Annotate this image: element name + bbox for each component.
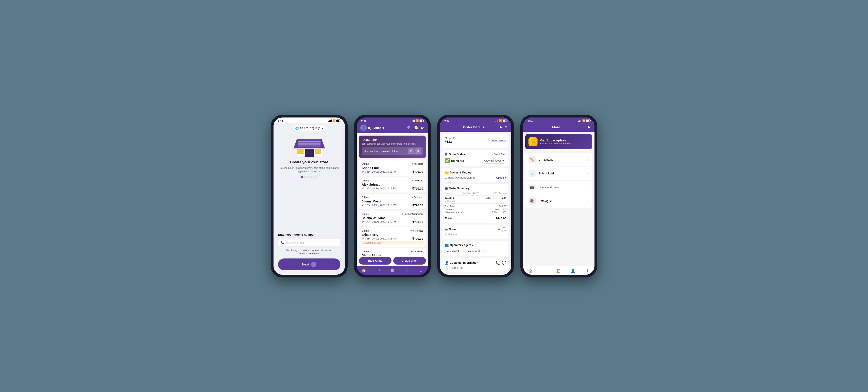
order-id-value: #123 xyxy=(445,140,455,143)
menu-item-catalogue[interactable]: 📚 Catalogue › xyxy=(525,194,592,208)
status-dropdown[interactable]: Order Received ▾ xyxy=(482,158,506,164)
search-icon[interactable]: 🔍 xyxy=(407,126,411,130)
create-order-button[interactable]: Create order xyxy=(393,257,426,265)
p1-bottom: Enter your mobile number 📞 Mobile Number… xyxy=(278,233,340,270)
p4-more-icon: ℹ xyxy=(587,269,588,273)
customer-info-card: 👤 Customer Information 📞 💬 📄 123456789 xyxy=(442,258,509,272)
profile-icon: 👤 xyxy=(404,268,409,272)
footer-tab-home[interactable]: 🏠 xyxy=(357,267,371,274)
menu-item-upi[interactable]: ✏️ UPI Details › xyxy=(525,153,592,167)
add-notes-text[interactable]: Add Notes xyxy=(445,233,506,236)
status-dot-1 xyxy=(412,163,413,164)
header-icons-3: ▶ ✏ xyxy=(500,125,508,129)
order-item-5[interactable]: Offline In Process Erica Perry #N-1234 2… xyxy=(359,227,426,247)
order-item-2[interactable]: Online Accepted Alex Johnson #N-1234 20 … xyxy=(359,177,426,193)
customer-phone-number: 📄 123456789 xyxy=(445,266,506,269)
call-icon[interactable]: 📞 xyxy=(495,261,500,265)
order-amount-5: ₹790.00 xyxy=(412,237,423,240)
upi-chevron-icon: › xyxy=(588,158,589,162)
p4-footer-tab-orders[interactable]: 🗂 xyxy=(537,268,552,274)
status-4: Payment Reminder xyxy=(402,213,423,215)
order-id-date-4: #N-1234 20 Sep 2020, 10:15 PM xyxy=(362,221,396,223)
back-button[interactable]: ← xyxy=(443,125,447,129)
remove-operator-1[interactable]: ✕ xyxy=(460,250,462,252)
share-link-title: Share Link xyxy=(362,138,423,142)
item-gst: GST%: 5.0 xyxy=(445,200,482,202)
qr-button[interactable]: ⊞ xyxy=(408,148,414,154)
status-bar-3: 9:41 📶 xyxy=(440,118,511,123)
mobile-number-input[interactable]: 📞 Mobile Number xyxy=(278,238,340,247)
payment-method-card: 💳 Payment Method Choose Payment Method C… xyxy=(442,168,509,182)
menu-item-share-earn[interactable]: 📺 Share and Earn › xyxy=(525,181,592,194)
footer-tab-orders[interactable]: 🗂 xyxy=(371,267,385,274)
phone-icon: 📞 xyxy=(281,241,284,244)
crown-icon: 👑 xyxy=(528,137,537,146)
order-item-3[interactable]: Offline Delivered Jimmy Mayor #N-1234 20… xyxy=(359,194,426,209)
dot-1 xyxy=(301,176,303,178)
p4-footer-tab-ledger[interactable]: 📋 xyxy=(552,268,566,274)
signal-3 xyxy=(495,120,498,122)
footer-tab-profile[interactable]: 👤 xyxy=(400,267,414,274)
message-icon[interactable]: 💬 xyxy=(502,261,506,265)
footer-tab-info[interactable]: ℹ xyxy=(414,267,428,274)
whatsapp-note-icon[interactable]: 💬 xyxy=(502,227,506,232)
status-icons-2: 📶 xyxy=(412,119,424,122)
youtube-more-icon[interactable]: ▶ xyxy=(588,125,591,129)
menu-item-bulk-upload[interactable]: ☁️ Bulk upload › xyxy=(525,167,592,181)
operator-tag-1: Varun Mittal ✕ xyxy=(445,249,464,253)
copy-button[interactable]: ⧉ xyxy=(415,148,421,154)
remove-operator-2[interactable]: ✕ xyxy=(481,250,483,252)
next-button[interactable]: Next › xyxy=(278,259,340,270)
overdue-tag: ⚠ Overdue by 1 day xyxy=(362,241,423,244)
order-item-6[interactable]: Offline Cancelled Divine Matrix #N-1234 … xyxy=(359,248,426,256)
status-icons-3: 📶 xyxy=(495,119,507,122)
p4-profile-icon: 👤 xyxy=(571,269,575,273)
p4-footer-tab-profile[interactable]: 👤 xyxy=(566,268,580,274)
dot-4 xyxy=(310,176,312,178)
bahi-khata-button[interactable]: Bahi Khata xyxy=(359,257,392,265)
footer-tab-ledger[interactable]: 📋 xyxy=(385,267,399,274)
order-amount-1: ₹790.00 xyxy=(412,170,423,173)
subscription-card[interactable]: 👑 Get Subscription Unlock our premium be… xyxy=(525,134,592,149)
p4-footer-tab-home[interactable]: 🏠 xyxy=(523,268,537,274)
status-6: Cancelled xyxy=(411,250,423,253)
status-section-icon: ⊞ xyxy=(445,153,447,156)
dot-2 xyxy=(304,176,306,178)
more-back-button[interactable]: ← xyxy=(527,125,531,129)
credit-dropdown[interactable]: Credit ▾ xyxy=(496,176,506,179)
cart-icon[interactable]: 🛍 xyxy=(421,126,425,130)
battery-2 xyxy=(420,120,424,122)
youtube-icon[interactable]: ▶ xyxy=(500,125,502,129)
order-amount-4: ₹790.00 xyxy=(412,220,423,224)
order-name-1: Shane Paul xyxy=(362,166,423,170)
lang-label: Select Language xyxy=(300,127,320,130)
phones-container: 9:41 📶 🌐 Select Language ▾ xyxy=(271,115,597,277)
status-dot-6 xyxy=(411,251,412,252)
terms-link[interactable]: Terms & Conditions. xyxy=(298,252,320,255)
signal-4 xyxy=(578,120,581,122)
order-item-4[interactable]: Online Payment Reminder Selena Williams … xyxy=(359,210,426,226)
order-id-date-5: #N-1234 20 Sep 2020, 10:15 PM xyxy=(362,237,396,240)
status-1: Accepted xyxy=(412,163,423,165)
send-alert-button[interactable]: ▲ Send Alert xyxy=(491,153,506,156)
whatsapp-icon[interactable]: 💬 xyxy=(414,126,418,130)
add-operator-button[interactable]: + xyxy=(486,249,488,254)
chevron-down-icon: ▾ xyxy=(322,127,323,130)
language-selector[interactable]: 🌐 Select Language ▾ xyxy=(292,125,326,131)
status-icons-4: 📶 xyxy=(578,119,590,122)
phone-call-icon[interactable]: 📞 xyxy=(582,125,586,129)
p4-footer-tab-more[interactable]: ℹ xyxy=(580,268,594,274)
store-name: 👤 IQ Store ▾ xyxy=(360,125,384,131)
phone-4-more: 9:41 📶 ← More 📞 ▶ 👑 xyxy=(520,115,597,277)
store-desc: Lorem Ipsum is simply dummy text of the … xyxy=(278,166,340,173)
order-item-1[interactable]: Offline Accepted Shane Paul #N-1234 20 S… xyxy=(359,160,426,176)
edit-icon[interactable]: ✏ xyxy=(505,125,508,129)
header-title-3: Order Details xyxy=(450,125,498,129)
share-note-icon[interactable]: ↗ xyxy=(497,227,500,232)
operator-tag-2: Suresh Mittal ✕ xyxy=(465,249,485,253)
bulk-upload-label: Bulk upload xyxy=(538,172,588,175)
status-bar-1: 9:41 📶 xyxy=(274,118,345,123)
item-amount: 840 xyxy=(497,197,506,200)
credit-chevron-icon: ▾ xyxy=(505,176,506,179)
view-invoice-link[interactable]: 📄 View Invoice xyxy=(488,138,506,141)
